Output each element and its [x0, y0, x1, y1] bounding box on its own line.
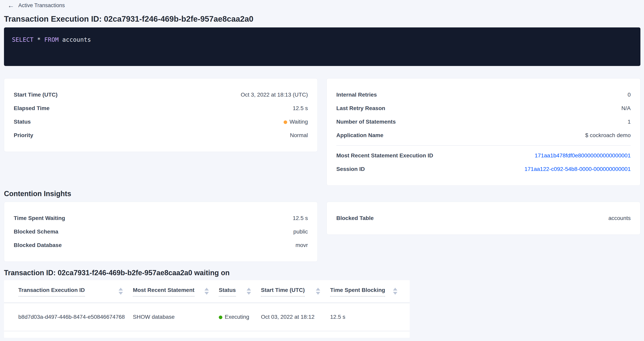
sql-statement-box: SELECT * FROM accounts — [4, 27, 640, 66]
sql-table-name: accounts — [62, 36, 91, 43]
last-retry-reason-row: Last Retry Reason N/A — [336, 101, 631, 115]
number-of-statements-label: Number of Statements — [336, 119, 396, 125]
cell-most-recent-statement: SHOW database — [133, 314, 219, 320]
blocked-table-row: Blocked Table accounts — [336, 211, 631, 225]
sort-icon[interactable] — [393, 288, 398, 295]
application-name-value: $ cockroach demo — [585, 132, 631, 138]
last-retry-reason-value: N/A — [621, 105, 631, 111]
blocked-database-label: Blocked Database — [14, 242, 62, 248]
page-title: Transaction Execution ID: 02ca7931-f246-… — [4, 14, 640, 23]
internal-retries-label: Internal Retries — [336, 92, 377, 98]
number-of-statements-row: Number of Statements 1 — [336, 115, 631, 129]
statement-execution-id-row: Most Recent Statement Execution ID 171aa… — [336, 149, 631, 162]
start-time-label: Start Time (UTC) — [14, 92, 58, 98]
sql-star: * — [37, 36, 40, 43]
sort-icon[interactable] — [316, 288, 320, 295]
last-retry-reason-label: Last Retry Reason — [336, 105, 385, 111]
statement-execution-id-link[interactable]: 171aa1b478fdf0e80000000000000001 — [534, 152, 631, 159]
status-text: Waiting — [290, 119, 308, 125]
table-header-row: Transaction Execution ID Most Recent Sta… — [4, 280, 410, 303]
blocked-schema-label: Blocked Schema — [14, 229, 58, 235]
waiting-status-dot-icon — [284, 120, 287, 124]
column-header-time-spent-blocking[interactable]: Time Spent Blocking — [330, 287, 407, 297]
status-row: Status Waiting — [14, 115, 308, 129]
blocked-schema-row: Blocked Schema public — [14, 225, 308, 239]
waiting-on-table: Transaction Execution ID Most Recent Sta… — [4, 280, 410, 338]
statement-details-card: Internal Retries 0 Last Retry Reason N/A… — [326, 78, 640, 186]
blocked-database-value: movr — [296, 242, 308, 248]
sort-icon[interactable] — [118, 288, 123, 295]
cell-status: Executing — [219, 314, 261, 320]
status-label: Status — [14, 119, 31, 125]
start-time-row: Start Time (UTC) Oct 3, 2022 at 18:13 (U… — [14, 88, 308, 101]
blocked-table-label: Blocked Table — [336, 215, 374, 221]
blocked-table-card: Blocked Table accounts — [326, 202, 640, 235]
waiting-on-heading: Transaction ID: 02ca7931-f246-469b-b2fe-… — [4, 269, 640, 277]
priority-value: Normal — [290, 132, 308, 138]
summary-cards-row: Start Time (UTC) Oct 3, 2022 at 18:13 (U… — [4, 78, 640, 186]
breadcrumb-back-link[interactable]: ← Active Transactions — [4, 1, 65, 9]
blocked-schema-value: public — [293, 229, 308, 235]
sort-icon[interactable] — [246, 288, 251, 295]
cell-status-text: Executing — [225, 314, 249, 320]
start-time-value: Oct 3, 2022 at 18:13 (UTC) — [241, 92, 308, 98]
column-header-label[interactable]: Transaction Execution ID — [18, 287, 85, 297]
column-header-label[interactable]: Start Time (UTC) — [261, 287, 305, 297]
cell-time-spent-blocking: 12.5 s — [330, 314, 407, 320]
column-header-label[interactable]: Time Spent Blocking — [330, 287, 385, 297]
internal-retries-row: Internal Retries 0 — [336, 88, 631, 101]
column-header-status[interactable]: Status — [219, 287, 261, 297]
priority-label: Priority — [14, 132, 33, 138]
contention-waiting-card: Time Spent Waiting 12.5 s Blocked Schema… — [4, 202, 318, 262]
number-of-statements-value: 1 — [628, 119, 631, 125]
contention-cards-row: Time Spent Waiting 12.5 s Blocked Schema… — [4, 202, 640, 262]
session-id-label: Session ID — [336, 166, 365, 172]
time-spent-waiting-value: 12.5 s — [293, 215, 308, 221]
blocked-database-row: Blocked Database movr — [14, 239, 308, 252]
transaction-details-page: ← Active Transactions Transaction Execut… — [0, 0, 644, 338]
transaction-overview-card: Start Time (UTC) Oct 3, 2022 at 18:13 (U… — [4, 78, 318, 152]
time-spent-waiting-row: Time Spent Waiting 12.5 s — [14, 211, 308, 225]
table-footer-space — [4, 331, 410, 338]
status-value: Waiting — [284, 119, 308, 125]
contention-insights-heading: Contention Insights — [4, 189, 640, 198]
breadcrumb-label: Active Transactions — [18, 2, 65, 8]
executing-status-dot-icon — [219, 316, 222, 319]
table-row: b8d7d03a-d497-446b-8474-e50846674768 SHO… — [4, 303, 410, 331]
sort-icon[interactable] — [204, 288, 209, 295]
column-header-transaction-execution-id[interactable]: Transaction Execution ID — [18, 287, 133, 297]
elapsed-time-label: Elapsed Time — [14, 105, 50, 111]
internal-retries-value: 0 — [628, 92, 631, 98]
elapsed-time-value: 12.5 s — [293, 105, 308, 111]
cell-transaction-execution-id: b8d7d03a-d497-446b-8474-e50846674768 — [18, 314, 133, 320]
statement-execution-id-label: Most Recent Statement Execution ID — [336, 152, 433, 159]
sql-keyword-from: FROM — [44, 36, 59, 43]
priority-row: Priority Normal — [14, 129, 308, 142]
time-spent-waiting-label: Time Spent Waiting — [14, 215, 65, 221]
column-header-label[interactable]: Most Recent Statement — [133, 287, 194, 297]
sql-keyword-select: SELECT — [12, 36, 34, 43]
session-id-link[interactable]: 171aa122-c092-54b8-0000-000000000001 — [524, 166, 631, 172]
column-header-start-time[interactable]: Start Time (UTC) — [261, 287, 330, 297]
column-header-most-recent-statement[interactable]: Most Recent Statement — [133, 287, 219, 297]
application-name-label: Application Name — [336, 132, 383, 138]
elapsed-time-row: Elapsed Time 12.5 s — [14, 101, 308, 115]
cell-start-time: Oct 03, 2022 at 18:12 — [261, 314, 330, 320]
back-arrow-icon: ← — [8, 2, 14, 9]
card-divider — [336, 145, 631, 146]
column-header-label[interactable]: Status — [219, 287, 236, 297]
application-name-row: Application Name $ cockroach demo — [336, 129, 631, 142]
blocked-table-value: accounts — [608, 215, 631, 221]
session-id-row: Session ID 171aa122-c092-54b8-0000-00000… — [336, 162, 631, 176]
